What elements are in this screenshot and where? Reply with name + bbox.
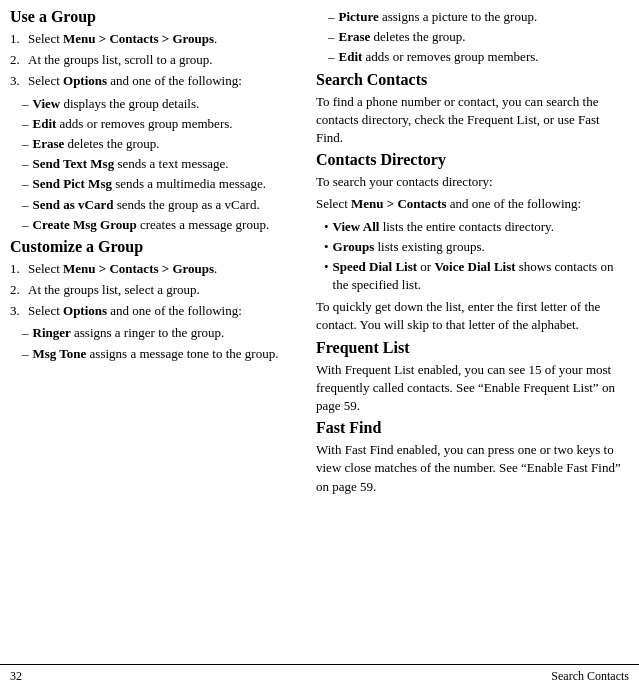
option-send-text-msg: – Send Text Msg sends a text message. bbox=[10, 155, 300, 173]
use-a-group-section: Use a Group 1. Select Menu > Contacts > … bbox=[10, 8, 300, 234]
right-column: – Picture assigns a picture to the group… bbox=[316, 8, 629, 664]
search-contacts-title: Search Contacts bbox=[316, 71, 629, 89]
contacts-directory-bullets: • View All lists the entire contacts dir… bbox=[316, 218, 629, 295]
contacts-directory-title: Contacts Directory bbox=[316, 151, 629, 169]
cust-step-1: 1. Select Menu > Contacts > Groups. bbox=[10, 260, 300, 278]
search-contacts-section: Search Contacts To find a phone number o… bbox=[316, 71, 629, 148]
fast-find-text: With Fast Find enabled, you can press on… bbox=[316, 441, 629, 496]
cust-step-3: 3. Select Options and one of the followi… bbox=[10, 302, 300, 320]
option-erase: – Erase deletes the group. bbox=[10, 135, 300, 153]
cust-option-ringer: – Ringer assigns a ringer to the group. bbox=[10, 324, 300, 342]
cust-option-picture: – Picture assigns a picture to the group… bbox=[316, 8, 629, 26]
option-send-pict-msg: – Send Pict Msg sends a multimedia messa… bbox=[10, 175, 300, 193]
frequent-list-title: Frequent List bbox=[316, 339, 629, 357]
bullet-view-all: • View All lists the entire contacts dir… bbox=[316, 218, 629, 236]
bullet-groups: • Groups lists existing groups. bbox=[316, 238, 629, 256]
step-3: 3. Select Options and one of the followi… bbox=[10, 72, 300, 90]
content-area: Use a Group 1. Select Menu > Contacts > … bbox=[0, 0, 639, 664]
page-footer: 32 Search Contacts bbox=[0, 664, 639, 688]
contacts-directory-section: Contacts Directory To search your contac… bbox=[316, 151, 629, 335]
fast-find-title: Fast Find bbox=[316, 419, 629, 437]
bullet-speed-dial: • Speed Dial List or Voice Dial List sho… bbox=[316, 258, 629, 294]
option-create-msg-group: – Create Msg Group creates a message gro… bbox=[10, 216, 300, 234]
contacts-directory-select: Select Menu > Contacts and one of the fo… bbox=[316, 195, 629, 213]
step-text: Select Menu > Contacts > Groups. bbox=[28, 30, 217, 48]
use-a-group-steps: 1. Select Menu > Contacts > Groups. 2. A… bbox=[10, 30, 300, 91]
step-text: Select Options and one of the following: bbox=[28, 72, 242, 90]
step-num: 1. bbox=[10, 30, 24, 48]
cust-step-2: 2. At the groups list, select a group. bbox=[10, 281, 300, 299]
step-text: At the groups list, scroll to a group. bbox=[28, 51, 213, 69]
search-contacts-intro: To find a phone number or contact, you c… bbox=[316, 93, 629, 148]
contacts-directory-intro: To search your contacts directory: bbox=[316, 173, 629, 191]
customize-options: – Ringer assigns a ringer to the group. … bbox=[10, 324, 300, 362]
use-a-group-title: Use a Group bbox=[10, 8, 300, 26]
left-column: Use a Group 1. Select Menu > Contacts > … bbox=[10, 8, 300, 664]
step-2: 2. At the groups list, scroll to a group… bbox=[10, 51, 300, 69]
customize-a-group-title: Customize a Group bbox=[10, 238, 300, 256]
cust-option-msg-tone: – Msg Tone assigns a message tone to the… bbox=[10, 345, 300, 363]
fast-find-section: Fast Find With Fast Find enabled, you ca… bbox=[316, 419, 629, 496]
contacts-directory-footer: To quickly get down the list, enter the … bbox=[316, 298, 629, 334]
step-1: 1. Select Menu > Contacts > Groups. bbox=[10, 30, 300, 48]
section-title: Search Contacts bbox=[551, 669, 629, 684]
page-number: 32 bbox=[10, 669, 22, 684]
option-view: – View displays the group details. bbox=[10, 95, 300, 113]
customize-steps: 1. Select Menu > Contacts > Groups. 2. A… bbox=[10, 260, 300, 321]
cust-option-erase: – Erase deletes the group. bbox=[316, 28, 629, 46]
option-edit: – Edit adds or removes group members. bbox=[10, 115, 300, 133]
cust-option-edit: – Edit adds or removes group members. bbox=[316, 48, 629, 66]
customize-a-group-section: Customize a Group 1. Select Menu > Conta… bbox=[10, 238, 300, 363]
frequent-list-text: With Frequent List enabled, you can see … bbox=[316, 361, 629, 416]
step-num: 2. bbox=[10, 51, 24, 69]
frequent-list-section: Frequent List With Frequent List enabled… bbox=[316, 339, 629, 416]
customize-options-continued: – Picture assigns a picture to the group… bbox=[316, 8, 629, 67]
option-send-vcard: – Send as vCard sends the group as a vCa… bbox=[10, 196, 300, 214]
step-num: 3. bbox=[10, 72, 24, 90]
use-a-group-options: – View displays the group details. – Edi… bbox=[10, 95, 300, 234]
page-container: Use a Group 1. Select Menu > Contacts > … bbox=[0, 0, 639, 688]
